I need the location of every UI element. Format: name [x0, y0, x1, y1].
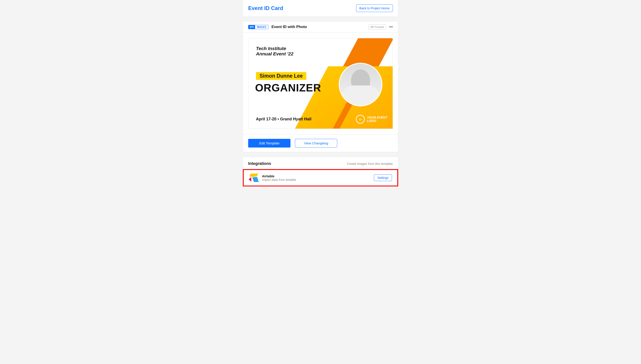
template-title: Event ID with Photo: [272, 25, 307, 29]
badge-images: IMAGES: [255, 25, 268, 29]
preview-avatar: [339, 63, 382, 106]
event-logo-text-line1: YOUR EVENT: [367, 116, 387, 119]
api-console-button[interactable]: API Console: [368, 24, 386, 29]
preview-date-venue: April 17-20 • Grand Hyatt Hall: [256, 117, 311, 122]
avatar-placeholder: [340, 64, 382, 106]
integration-row-airtable: Airtable Import data from Airtable Setti…: [244, 170, 397, 186]
integrations-header: Integrations Create images from this tem…: [243, 157, 398, 168]
preview-attendee-name: Simon Dunne Lee: [256, 72, 306, 80]
preview-event-title-line2: Annual Event '22: [256, 51, 293, 56]
integration-highlight-box: Airtable Import data from Airtable Setti…: [243, 169, 398, 186]
integration-description: Import data from Airtable: [262, 178, 296, 182]
template-preview-container: Tech Institute Annual Event '22 Simon Du…: [243, 33, 398, 134]
event-logo-text-line2: LOGO: [367, 119, 387, 122]
event-logo-text: YOUR EVENT LOGO: [367, 116, 387, 123]
integrations-card: Integrations Create images from this tem…: [242, 157, 398, 188]
preview-event-title: Tech Institute Annual Event '22: [256, 46, 293, 56]
integrations-subtitle: Create images from this template: [347, 162, 393, 166]
integration-row-left: Airtable Import data from Airtable: [249, 174, 296, 182]
airtable-icon: [249, 174, 258, 182]
template-badges: API IMAGES: [248, 25, 268, 29]
airtable-icon-right: [252, 177, 259, 182]
project-header: Event ID Card Back to Project Home: [242, 0, 398, 17]
airtable-icon-left: [248, 177, 251, 182]
view-changelog-button[interactable]: View Changelog: [295, 139, 337, 148]
project-title: Event ID Card: [248, 5, 283, 11]
preview-role: ORGANIZER: [255, 82, 321, 94]
badge-api: API: [248, 25, 255, 29]
template-preview: Tech Institute Annual Event '22 Simon Du…: [248, 38, 393, 129]
more-menu-icon[interactable]: •••: [389, 25, 393, 29]
integration-settings-button[interactable]: Settings: [374, 174, 392, 181]
template-header-left: API IMAGES Event ID with Photo: [248, 25, 307, 29]
template-action-row: Edit Template View Changelog: [243, 134, 398, 152]
preview-event-title-line1: Tech Institute: [256, 46, 293, 51]
preview-event-logo: ‹› YOUR EVENT LOGO: [356, 115, 387, 124]
template-header-right: API Console •••: [368, 24, 393, 29]
event-logo-icon: ‹›: [356, 115, 365, 124]
integration-name: Airtable: [262, 174, 296, 178]
template-card: API IMAGES Event ID with Photo API Conso…: [242, 21, 398, 152]
integration-text: Airtable Import data from Airtable: [262, 174, 296, 182]
airtable-icon-top: [249, 174, 258, 177]
template-header: API IMAGES Event ID with Photo API Conso…: [243, 21, 398, 33]
back-to-project-button[interactable]: Back to Project Home: [356, 4, 393, 12]
integrations-title: Integrations: [248, 161, 271, 166]
edit-template-button[interactable]: Edit Template: [248, 139, 290, 148]
